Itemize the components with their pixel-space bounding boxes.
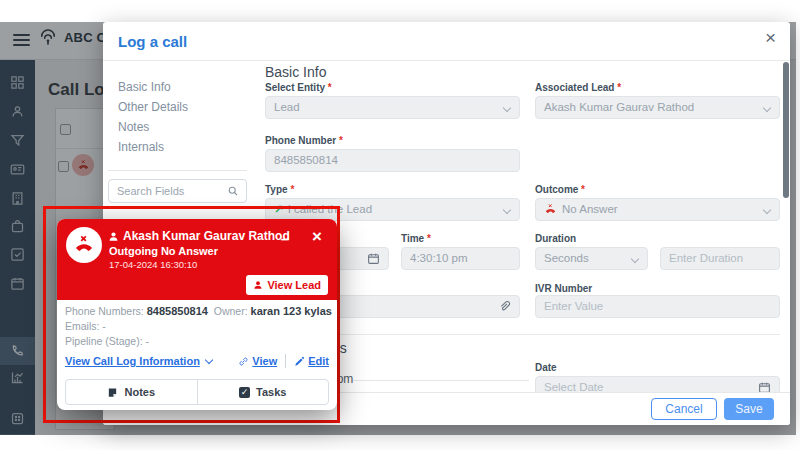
ivr-number-label: IVR Number: [535, 283, 592, 294]
associated-lead-label: Associated Lead: [535, 82, 621, 93]
outcome-dropdown[interactable]: No Answer: [535, 198, 780, 221]
chevron-down-icon: [763, 104, 771, 112]
cancel-button[interactable]: Cancel: [651, 398, 717, 420]
chevron-down-icon: [503, 206, 511, 214]
chevron-down-icon: [205, 356, 213, 364]
missed-call-avatar-icon: [66, 227, 102, 263]
duration-value-input[interactable]: Enter Duration: [660, 247, 780, 270]
emails-line: Emails: -: [65, 320, 329, 332]
phone-value: 8485850814: [147, 305, 208, 317]
ivr-number-input[interactable]: Enter Value: [535, 295, 780, 318]
edit-pencil-icon: [294, 356, 305, 367]
popup-header: Akash Kumar Gaurav Rathod – × Outgoing N…: [57, 219, 337, 300]
pipeline-line: Pipeline (Stage): -: [65, 335, 329, 347]
phone-number-label: Phone Number: [265, 135, 343, 146]
select-entity-label: Select Entity: [265, 82, 332, 93]
modal-title: Log a call: [118, 33, 187, 50]
duration-unit-dropdown[interactable]: Seconds: [535, 247, 648, 270]
popup-minimize-icon[interactable]: –: [281, 231, 289, 246]
modal-close-icon[interactable]: ×: [765, 28, 776, 47]
type-label: Type: [265, 184, 294, 195]
search-icon: [227, 185, 239, 197]
modal-scrollbar-thumb[interactable]: [783, 62, 789, 198]
person-icon: [108, 231, 119, 242]
section-heading-basic-info: Basic Info: [265, 64, 326, 80]
call-status: Outgoing No Answer: [109, 245, 218, 257]
view-call-log-link[interactable]: View Call Log Information: [65, 355, 200, 367]
modal-nav-basic-info[interactable]: Basic Info: [118, 80, 171, 94]
outcome-label: Outcome: [535, 184, 585, 195]
paperclip-icon: [498, 300, 511, 313]
chevron-down-icon: [503, 104, 511, 112]
note-icon: [107, 387, 118, 398]
caller-name: Akash Kumar Gaurav Rathod: [123, 229, 290, 243]
notes-button[interactable]: Notes: [66, 380, 197, 404]
popup-action-bar: Notes ✓ Tasks: [65, 379, 329, 405]
field-search-box[interactable]: [108, 179, 247, 203]
date-label: Date: [535, 362, 557, 373]
call-notification-popup: Akash Kumar Gaurav Rathod – × Outgoing N…: [57, 219, 337, 410]
type-dropdown[interactable]: ↗I called the Lead: [265, 198, 520, 221]
missed-call-icon: [544, 203, 557, 216]
outgoing-arrow-icon: ↗: [274, 203, 284, 215]
person-icon: [253, 280, 263, 290]
calendar-icon: [367, 252, 380, 265]
popup-details: Phone Numbers: 8485850814 Owner: karan 1…: [65, 305, 329, 350]
time-label: Time: [401, 233, 431, 244]
view-link[interactable]: View: [252, 355, 277, 367]
chevron-down-icon: [763, 206, 771, 214]
duration-label: Duration: [535, 233, 576, 244]
phone-number-input[interactable]: 8485850814: [265, 149, 520, 172]
owner-value: karan 123 kylas: [251, 305, 332, 317]
link-icon: [238, 356, 249, 367]
edit-link[interactable]: Edit: [308, 355, 329, 367]
phone-owner-line: Phone Numbers: 8485850814 Owner: karan 1…: [65, 305, 329, 317]
save-button[interactable]: Save: [724, 398, 774, 420]
screenshot-root: ABC Co Call Log Lo: [0, 0, 800, 450]
modal-nav-notes[interactable]: Notes: [118, 120, 149, 134]
select-entity-dropdown[interactable]: Lead: [265, 96, 520, 119]
call-timestamp: 17-04-2024 16:30:10: [109, 259, 197, 270]
popup-close-icon[interactable]: ×: [312, 228, 322, 245]
modal-nav-other-details[interactable]: Other Details: [118, 100, 188, 114]
view-lead-button[interactable]: View Lead: [246, 275, 328, 295]
chevron-down-icon: [631, 255, 639, 263]
search-fields-input[interactable]: [117, 180, 222, 202]
checkbox-check-icon: ✓: [239, 387, 250, 398]
tasks-button[interactable]: ✓ Tasks: [197, 380, 329, 404]
modal-nav-internals[interactable]: Internals: [118, 140, 164, 154]
time-field[interactable]: 4:30:10 pm: [401, 247, 520, 270]
associated-lead-dropdown[interactable]: Akash Kumar Gaurav Rathod: [535, 96, 780, 119]
